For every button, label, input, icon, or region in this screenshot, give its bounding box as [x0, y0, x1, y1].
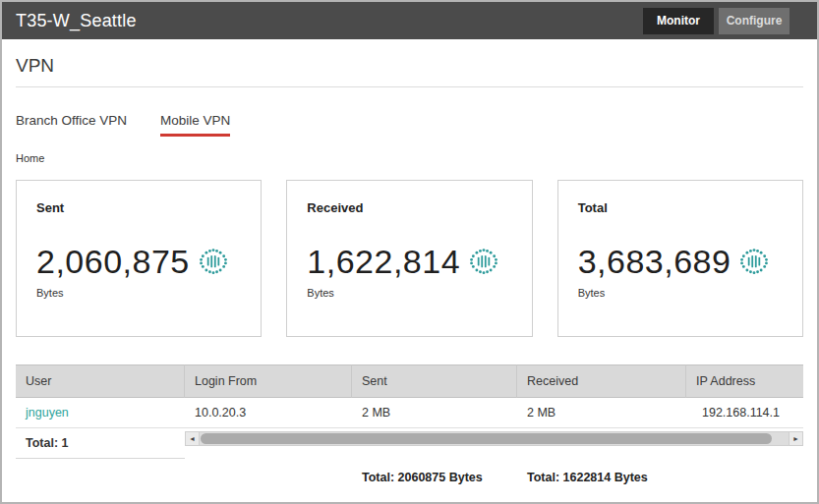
table-total-row: Total: 1 ◄ ► [16, 428, 803, 459]
horizontal-scrollbar[interactable]: ◄ ► [185, 430, 803, 447]
cell-ip-address: 192.168.114.1 [686, 398, 803, 428]
col-header-ip-address[interactable]: IP Address [686, 364, 803, 398]
mobile-vpn-users-table: User Login From Sent Received IP Address… [16, 364, 803, 492]
card-unit: Bytes [36, 287, 241, 299]
sent-total: Total: 2060875 Bytes [352, 463, 517, 492]
heading-divider [16, 86, 803, 87]
top-bar: T35-W_Seattle Monitor Configure [2, 2, 817, 39]
col-header-user[interactable]: User [16, 364, 185, 398]
scrollbar-thumb[interactable] [201, 433, 772, 444]
tab-mobile-vpn[interactable]: Mobile VPN [160, 113, 230, 137]
card-unit: Bytes [578, 287, 783, 299]
scrollbar-track[interactable] [200, 431, 789, 446]
table-row: jnguyen 10.0.20.3 2 MB 2 MB 192.168.114.… [16, 398, 803, 428]
tab-branch-office-vpn[interactable]: Branch Office VPN [16, 113, 127, 137]
received-total: Total: 1622814 Bytes [517, 463, 686, 492]
stat-cards: Sent 2,060,875 [2, 164, 817, 337]
sent-value: 2,060,875 [36, 243, 190, 281]
total-card: Total 3,683,689 [557, 180, 803, 337]
card-label: Received [307, 200, 511, 215]
col-header-login-from[interactable]: Login From [185, 364, 352, 398]
card-label: Sent [36, 200, 241, 215]
received-value: 1,622,814 [307, 243, 460, 281]
page-title: VPN [16, 55, 803, 77]
configure-button[interactable]: Configure [719, 8, 790, 34]
received-card: Received 1,622,814 [286, 180, 532, 337]
table-header-row: User Login From Sent Received IP Address [16, 364, 803, 398]
scrollbar-right-arrow-icon[interactable]: ► [789, 431, 803, 446]
mobile-vpn-icon [468, 247, 499, 278]
mobile-vpn-icon [738, 247, 770, 278]
scrollbar-left-arrow-icon[interactable]: ◄ [185, 431, 200, 446]
topbar-buttons: Monitor Configure [643, 8, 803, 34]
device-title: T35-W_Seattle [16, 11, 137, 31]
sent-card: Sent 2,060,875 [16, 180, 262, 337]
page-head: VPN [2, 39, 817, 97]
card-unit: Bytes [307, 287, 511, 299]
vpn-tabs: Branch Office VPN Mobile VPN [2, 97, 817, 137]
monitor-button[interactable]: Monitor [643, 8, 714, 34]
breadcrumb[interactable]: Home [2, 137, 817, 164]
table-footer-row: Total: 2060875 Bytes Total: 1622814 Byte… [16, 463, 803, 492]
cell-sent: 2 MB [352, 398, 517, 428]
cell-login-from: 10.0.20.3 [185, 398, 352, 428]
total-value: 3,683,689 [578, 243, 731, 281]
mobile-vpn-icon [198, 247, 229, 278]
app-window: T35-W_Seattle Monitor Configure VPN Bran… [0, 0, 819, 504]
card-label: Total [578, 200, 783, 215]
user-link[interactable]: jnguyen [26, 406, 69, 420]
col-header-received[interactable]: Received [517, 364, 686, 398]
user-count-total: Total: 1 [16, 428, 185, 459]
cell-received: 2 MB [517, 398, 686, 428]
col-header-sent[interactable]: Sent [352, 364, 517, 398]
